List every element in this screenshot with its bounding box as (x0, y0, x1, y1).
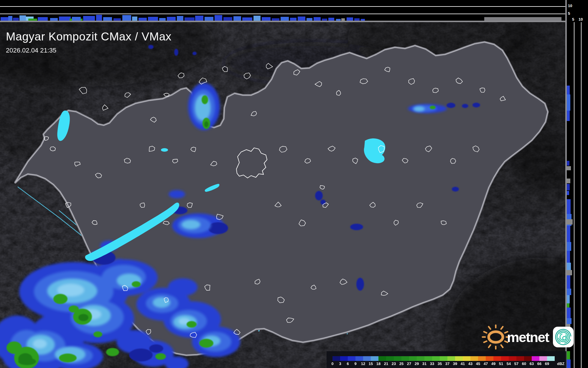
metnet-wordmark: metnet (507, 329, 549, 345)
top-profile-bar (72, 17, 81, 21)
top-profile-bar (167, 17, 176, 21)
dbz-cell (355, 356, 363, 361)
dbz-scalebar: 0369121518212325272931333537394143454749… (327, 351, 566, 368)
dbz-cell (447, 356, 455, 361)
top-profile-bar (205, 17, 213, 21)
map-right-frame (565, 0, 567, 368)
dbz-cell (509, 356, 516, 361)
dbz-cell (455, 356, 463, 361)
top-profile-bar (1, 17, 8, 21)
dbz-tick: 54 (507, 362, 511, 366)
dbz-cell (424, 356, 432, 361)
top-profile-bar (195, 16, 203, 21)
top-profile-bar (354, 18, 360, 21)
right-profile-bar (567, 242, 571, 251)
right-profile-bar (567, 289, 571, 295)
dbz-tick: 60 (522, 362, 526, 366)
right-profile-echoes (567, 22, 588, 368)
top-profile-bar (233, 16, 241, 21)
dbz-tick: 25 (399, 362, 403, 366)
map-canvas (0, 22, 566, 368)
dbz-tick: 51 (499, 362, 503, 366)
title-block: Magyar Kompozit CMax / VMax 2026.02.04 2… (6, 30, 172, 54)
dbz-tick: 66 (537, 362, 541, 366)
dbz-cell (417, 356, 424, 361)
dbz-color-cells (332, 356, 555, 361)
right-profile-bar (567, 275, 570, 289)
dbz-tick: 35 (438, 362, 442, 366)
top-profile-bar (322, 19, 327, 21)
top-profile-bar (96, 15, 102, 21)
dbz-tick: 63 (530, 362, 534, 366)
dbz-tick: 12 (361, 362, 365, 366)
dbz-tick: 31 (422, 362, 426, 366)
axis-corner: 10 5 5 10 (567, 0, 588, 22)
top-profile-bar (113, 18, 121, 21)
dbz-tick: 41 (461, 362, 465, 366)
right-profile-bar (567, 295, 570, 303)
top-height-profile-panel[interactable] (0, 0, 565, 21)
top-profile-bar (83, 16, 95, 21)
top-profile-bar (177, 16, 183, 21)
dbz-cell (486, 356, 493, 361)
right-profile-bar (567, 111, 570, 121)
dbz-cell (348, 356, 355, 361)
top-profile-bar (132, 17, 137, 21)
dbz-cell (539, 356, 547, 361)
top-profile-bar (38, 17, 48, 21)
top-profile-bar (223, 17, 232, 21)
top-profile-bar (159, 18, 166, 21)
dbz-cell (493, 356, 501, 361)
right-profile-bar (567, 303, 569, 308)
dbz-cell (409, 356, 417, 361)
right-profile-bar (567, 263, 571, 270)
dbz-tick: 49 (491, 362, 495, 366)
dbz-cell (363, 356, 371, 361)
radar-map[interactable] (0, 22, 566, 368)
top-profile-bar (13, 18, 19, 21)
top-profile-bar (298, 17, 305, 21)
map-top-frame (0, 21, 566, 22)
right-axis-label-10: 10 (579, 17, 583, 22)
dbz-cell (516, 356, 524, 361)
top-axis-label-5: 5 (568, 11, 570, 16)
dbz-tick: 15 (369, 362, 373, 366)
dbz-tick: 0 (331, 362, 333, 366)
dbz-cell (332, 356, 340, 361)
top-profile-bar (215, 15, 222, 21)
dbz-tick: 39 (453, 362, 457, 366)
dbz-tick: 21 (384, 362, 388, 366)
right-profile-bar (567, 199, 571, 214)
top-profile-bar (8, 16, 12, 21)
dbz-tick-labels: 0369121518212325272931333537394143454749… (332, 362, 565, 366)
top-profile-bar (253, 16, 261, 21)
dbz-tick: 57 (514, 362, 518, 366)
top-profile-echoes (0, 0, 565, 21)
top-profile-bar (59, 17, 71, 21)
dbz-cell (386, 356, 394, 361)
dbz-cell (340, 356, 348, 361)
right-profile-bar (567, 94, 570, 111)
right-height-profile-panel[interactable] (567, 22, 588, 368)
small-lake (161, 148, 168, 152)
dbz-tick: 6 (347, 362, 349, 366)
right-axis-label-5: 5 (572, 17, 574, 22)
top-profile-bar (122, 15, 131, 21)
top-profile-bar (148, 17, 158, 21)
dbz-cell (470, 356, 478, 361)
right-profile-bar (567, 179, 570, 183)
top-axis-label-10: 10 (568, 4, 572, 8)
top-profile-bar (28, 19, 37, 21)
dbz-cell (501, 356, 509, 361)
dbz-cell (532, 356, 539, 361)
metnet-logo[interactable]: metnet (481, 323, 574, 351)
dbz-cell (463, 356, 470, 361)
right-profile-bar (567, 219, 573, 225)
right-profile-bar (567, 161, 569, 166)
right-profile-bar (567, 351, 570, 359)
right-profile-bar (567, 191, 569, 195)
top-profile-bar (50, 18, 58, 21)
right-profile-bar (567, 308, 571, 318)
top-profile-bar (262, 17, 271, 21)
top-profile-bar (19, 15, 26, 21)
